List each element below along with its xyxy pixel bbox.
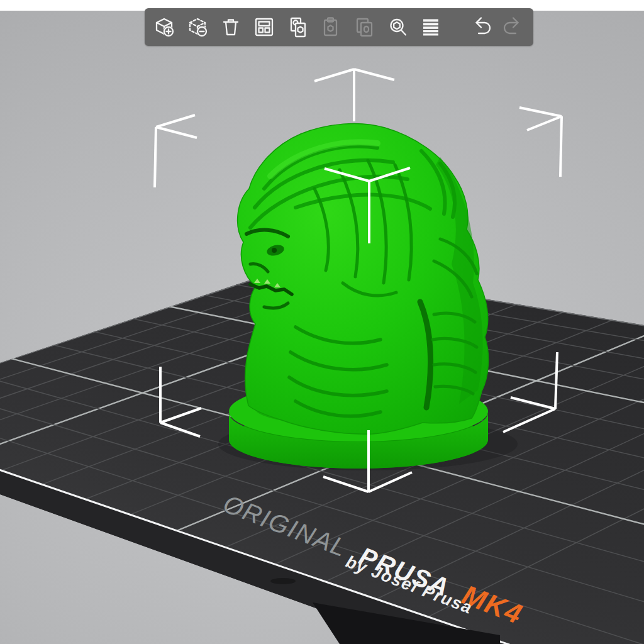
copy-icon [285, 14, 310, 40]
search-button[interactable] [384, 14, 411, 40]
bbox-corner-top-left [155, 115, 197, 187]
creature-body [238, 123, 489, 434]
redo-icon [501, 14, 526, 40]
bbox-corner-top-back [314, 69, 394, 121]
add-object-button[interactable] [151, 14, 177, 40]
alien-bust-model[interactable] [218, 123, 518, 470]
main-toolbar [145, 8, 533, 46]
redo-button[interactable] [501, 14, 527, 40]
delete-all-icon [218, 14, 243, 40]
paste-button[interactable] [318, 14, 344, 40]
undo-icon [468, 14, 493, 40]
bbox-corner-top-right [519, 108, 562, 177]
undo-button[interactable] [467, 14, 494, 40]
remove-object-button[interactable] [184, 14, 211, 40]
add-instance-button[interactable] [351, 14, 377, 40]
viewport-3d-canvas[interactable]: ORIGINAL PRUSA MK4 by Josef Prusa [0, 11, 644, 644]
copy-button[interactable] [284, 14, 311, 40]
search-icon [385, 14, 410, 40]
slicer-app: ORIGINAL PRUSA MK4 by Josef Prusa [0, 0, 644, 644]
paste-icon [318, 14, 343, 40]
scene-3d: ORIGINAL PRUSA MK4 by Josef Prusa [0, 0, 644, 644]
variable-layer-height-icon [418, 14, 443, 40]
arrange-icon [252, 14, 277, 40]
variable-layer-height-button[interactable] [418, 14, 444, 40]
remove-object-icon [185, 14, 210, 40]
delete-all-button[interactable] [218, 14, 244, 40]
add-object-icon [152, 14, 177, 40]
bed-edge-notch [270, 578, 296, 584]
arrange-button[interactable] [251, 14, 277, 40]
add-instance-icon [352, 14, 377, 40]
